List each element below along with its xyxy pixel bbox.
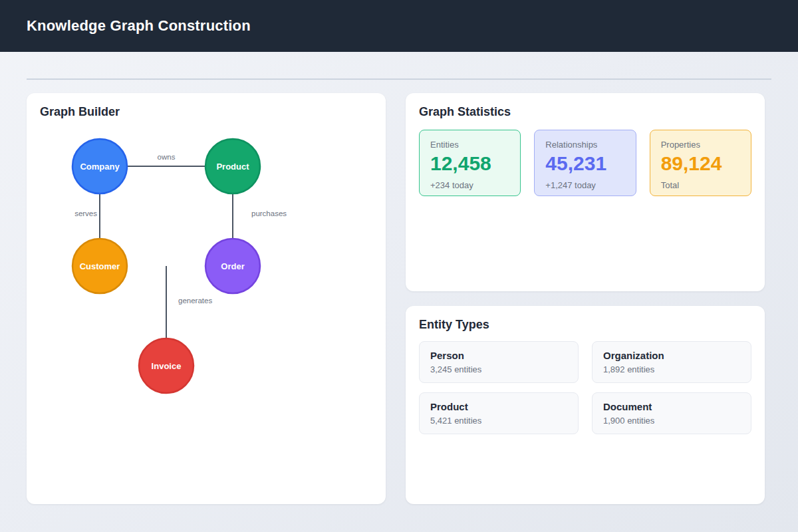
graph-canvas[interactable]: owns serves purchases generates Company … (27, 93, 386, 504)
graph-node-product[interactable]: Product (205, 139, 260, 194)
entity-types-title: Entity Types (406, 306, 765, 332)
stat-value: 45,231 (545, 152, 624, 174)
graph-node-order[interactable]: Order (205, 239, 260, 293)
invoice-node-circle[interactable] (139, 338, 194, 393)
stat-sub: +1,247 today (545, 180, 624, 190)
entity-types-panel: Entity Types Person 3,245 entities Organ… (406, 306, 765, 504)
graph-statistics-title: Graph Statistics (406, 93, 765, 119)
stats-row: Entities 12,458 +234 today Relationships… (406, 119, 765, 196)
graph-builder-panel: Graph Builder owns serves purchases gene… (27, 93, 386, 504)
entity-name: Person (430, 350, 567, 361)
stat-value: 12,458 (430, 152, 509, 174)
graph-statistics-panel: Graph Statistics Entities 12,458 +234 to… (406, 93, 765, 291)
entity-count: 5,421 entities (430, 416, 567, 426)
header-divider (27, 78, 771, 80)
customer-node-circle[interactable] (72, 239, 127, 293)
stat-label: Entities (430, 140, 509, 150)
entity-name: Organization (603, 350, 740, 361)
stat-label: Relationships (545, 140, 624, 150)
graph-node-invoice[interactable]: Invoice (139, 338, 194, 393)
entity-count: 1,892 entities (603, 364, 740, 374)
entity-name: Product (430, 401, 567, 412)
stat-sub: +234 today (430, 180, 509, 190)
entity-card-person: Person 3,245 entities (419, 341, 579, 383)
entity-count: 1,900 entities (603, 416, 740, 426)
stat-label: Properties (661, 140, 740, 150)
app-header: Knowledge Graph Construction (0, 0, 798, 52)
stat-value: 89,124 (661, 152, 740, 174)
entity-grid: Person 3,245 entities Organization 1,892… (406, 332, 765, 434)
edge-label-generates: generates (178, 297, 212, 305)
graph-node-company[interactable]: Company (72, 139, 127, 194)
stat-sub: Total (661, 180, 740, 190)
edge-label-owns: owns (158, 153, 176, 161)
page-title: Knowledge Graph Construction (27, 17, 251, 35)
stat-card-entities: Entities 12,458 +234 today (419, 130, 521, 196)
product-node-circle[interactable] (205, 139, 260, 194)
edge-label-purchases: purchases (251, 209, 287, 217)
graph-node-customer[interactable]: Customer (72, 239, 127, 293)
entity-name: Document (603, 401, 740, 412)
order-node-circle[interactable] (205, 239, 260, 293)
stat-card-relationships: Relationships 45,231 +1,247 today (534, 130, 636, 196)
company-node-circle[interactable] (72, 139, 127, 194)
entity-card-product: Product 5,421 entities (419, 392, 579, 434)
stat-card-properties: Properties 89,124 Total (650, 130, 751, 196)
entity-card-organization: Organization 1,892 entities (592, 341, 751, 383)
edge-label-serves: serves (74, 209, 97, 217)
entity-count: 3,245 entities (430, 364, 567, 374)
entity-card-document: Document 1,900 entities (592, 392, 751, 434)
